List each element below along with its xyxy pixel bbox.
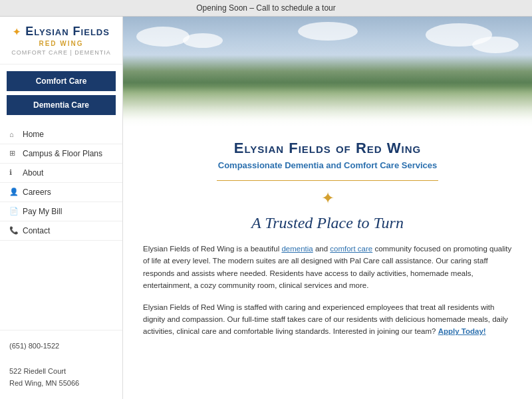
pay-bill-icon: 📄 [9,207,19,215]
cloud-1 [136,27,190,47]
dementia-care-button[interactable]: Dementia Care [7,95,116,115]
announcement-banner: Opening Soon – Call to schedule a tour [0,0,532,17]
cloud-2 [183,33,223,48]
nav-item-careers-label: Careers [23,188,51,197]
nav-item-pay-bill[interactable]: 📄 Pay My Bill [0,202,122,221]
paragraph-1: Elysian Fields of Red Wing is a beautifu… [143,243,512,292]
main-title: Elysian Fields of Red Wing [143,140,512,157]
phone-number: (651) 800-1522 [9,340,113,352]
home-icon: ⌂ [9,130,19,138]
cloud-4 [472,37,519,53]
logo-star-icon: ✦ [13,27,21,37]
hero-fade-overlay [123,86,532,126]
comfort-care-link[interactable]: comfort care [330,245,372,253]
main-content: Elysian Fields of Red Wing Compassionate… [123,17,532,399]
logo-tagline: Comfort Care | Dementia [7,49,116,56]
nav-item-campus-label: Campus & Floor Plans [23,149,102,158]
address-line1: 522 Riedell Court [9,365,113,378]
contact-icon: 📞 [9,226,19,235]
campus-icon: ⊞ [9,149,19,158]
nav-item-campus[interactable]: ⊞ Campus & Floor Plans [0,144,122,164]
nav-item-contact-label: Contact [23,226,50,235]
nav-buttons: Comfort Care Dementia Care [0,65,122,122]
cloud-5 [298,22,358,41]
address-line2: Red Wing, MN 55066 [9,377,113,390]
star-decorative-icon: ✦ [143,189,512,207]
apply-today-link[interactable]: Apply Today! [438,327,486,335]
nav-item-about[interactable]: ℹ About [0,164,122,183]
paragraph-2: Elysian Fields of Red Wing is staffed wi… [143,301,512,338]
nav-item-home[interactable]: ⌂ Home [0,125,122,144]
nav-item-contact[interactable]: 📞 Contact [0,221,122,241]
sidebar: ✦ Elysian Fields Red Wing Comfort Care |… [0,17,123,399]
logo-name: ✦ Elysian Fields [7,25,116,39]
comfort-care-button[interactable]: Comfort Care [7,71,116,91]
gold-divider-top [217,180,438,181]
logo-area: ✦ Elysian Fields Red Wing Comfort Care |… [0,17,122,65]
cursive-heading: A Trusted Place to Turn [143,214,512,232]
content-section: Elysian Fields of Red Wing Compassionate… [123,126,532,360]
dementia-link[interactable]: dementia [281,245,313,253]
nav-item-about-label: About [23,168,43,178]
nav-menu: ⌂ Home ⊞ Campus & Floor Plans ℹ About 👤 … [0,122,122,331]
sidebar-contact: (651) 800-1522 522 Riedell Court Red Win… [0,330,122,399]
careers-icon: 👤 [9,188,19,196]
nav-item-careers[interactable]: 👤 Careers [0,183,122,202]
hero-image [123,17,532,126]
subtitle: Compassionate Dementia and Comfort Care … [143,160,512,170]
logo-subname: Red Wing [7,40,116,47]
about-icon: ℹ [9,168,19,177]
banner-text: Opening Soon – Call to schedule a tour [196,3,335,13]
nav-item-pay-bill-label: Pay My Bill [23,207,62,216]
nav-item-home-label: Home [23,130,44,139]
